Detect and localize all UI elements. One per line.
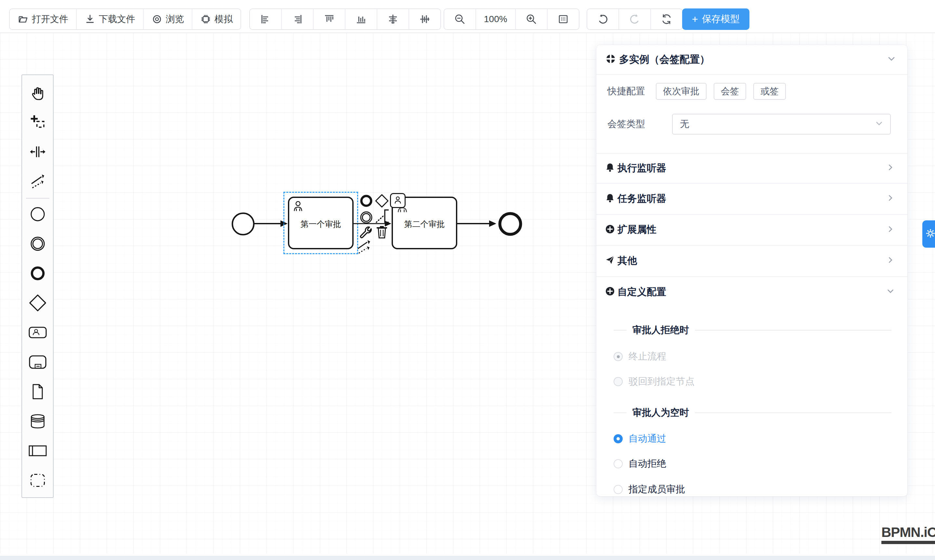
global-connect-tool[interactable] [22, 167, 53, 197]
download-icon [85, 14, 95, 25]
radio-designated-member[interactable]: 指定成员审批 [597, 482, 907, 497]
panel-header[interactable]: 多实例（会签配置） [597, 45, 907, 75]
append-task-action[interactable] [390, 193, 406, 208]
reset-button[interactable] [651, 9, 682, 29]
section-execution-listener[interactable]: 执行监听器 [597, 153, 907, 183]
append-gateway-action[interactable] [374, 194, 389, 209]
create-end-event[interactable] [22, 259, 53, 289]
connect-icon [29, 173, 46, 191]
zoom-toolbar-group: 100% [444, 8, 580, 30]
create-participant[interactable] [22, 437, 53, 466]
radio-return-to-node[interactable]: 驳回到指定节点 [597, 374, 907, 389]
section-other[interactable]: 其他 [597, 245, 907, 276]
open-file-label: 打开文件 [32, 13, 68, 25]
open-file-button[interactable]: 打开文件 [10, 9, 77, 29]
undo-button[interactable] [587, 9, 619, 29]
hand-tool[interactable] [22, 78, 53, 108]
chip-icon [200, 14, 211, 25]
quick-option-sequential[interactable]: 依次审批 [656, 83, 706, 100]
radio-terminate-process[interactable]: 终止流程 [597, 349, 907, 365]
settings-tab[interactable] [922, 220, 935, 248]
countersign-type-label: 会签类型 [597, 118, 645, 131]
save-model-button[interactable]: + 保存模型 [682, 8, 749, 30]
chevron-down-icon[interactable] [887, 55, 896, 65]
create-data-store[interactable] [22, 407, 53, 437]
section-task-listener[interactable]: 任务监听器 [597, 183, 907, 214]
chevron-right-icon [887, 163, 894, 172]
undo-icon [597, 13, 609, 25]
download-file-button[interactable]: 下载文件 [77, 9, 144, 29]
create-data-object[interactable] [22, 377, 53, 407]
create-group[interactable] [22, 466, 53, 495]
countersign-type-row: 会签类型 无 [597, 114, 907, 135]
bell-icon [605, 163, 615, 174]
align-right-icon [292, 13, 303, 25]
browse-label: 浏览 [166, 13, 184, 25]
append-end-event-action[interactable] [359, 194, 374, 209]
create-gateway[interactable] [22, 289, 53, 318]
panel-title: 多实例（会签配置） [619, 53, 887, 66]
append-text-annotation-action[interactable] [374, 209, 392, 226]
chevron-down-icon [875, 119, 883, 130]
quick-config-label: 快捷配置 [597, 85, 645, 98]
task-label: 第二个审批 [404, 219, 445, 229]
section-extended-properties[interactable]: 扩展属性 [597, 214, 907, 245]
simulate-label: 模拟 [214, 13, 233, 25]
delete-action[interactable] [374, 225, 389, 240]
align-toolbar-group [249, 8, 441, 30]
plus-circle-icon [605, 224, 615, 235]
user-icon [292, 200, 304, 214]
align-bottom-button[interactable] [346, 9, 377, 29]
lasso-tool[interactable] [22, 108, 53, 137]
sequence-flow-3[interactable] [457, 219, 497, 229]
folder-open-icon [18, 14, 29, 25]
end-event-icon [359, 194, 374, 209]
simulate-button[interactable]: 模拟 [192, 9, 240, 29]
download-file-label: 下载文件 [99, 13, 135, 25]
task-first-approval[interactable]: 第一个审批 [288, 197, 354, 249]
align-middle-button[interactable] [377, 9, 409, 29]
fit-screen-icon [557, 13, 569, 25]
redo-icon [629, 13, 641, 25]
start-event-shape[interactable] [231, 212, 255, 237]
change-type-action[interactable] [358, 226, 373, 241]
connect-action[interactable] [357, 240, 372, 255]
multi-instance-icon [606, 54, 616, 65]
quick-option-orsign[interactable]: 或签 [754, 83, 786, 100]
empty-heading: 审批人为空时 [597, 406, 907, 420]
task-label: 第一个审批 [301, 219, 341, 229]
space-tool[interactable] [22, 137, 53, 167]
create-start-event[interactable] [22, 200, 53, 229]
create-subprocess[interactable] [22, 348, 53, 377]
sequence-flow-1[interactable] [254, 219, 288, 229]
bottom-strip [0, 556, 935, 560]
zoom-level[interactable]: 100% [476, 9, 516, 29]
zoom-out-icon [454, 13, 466, 25]
align-center-button[interactable] [409, 9, 440, 29]
align-top-button[interactable] [314, 9, 346, 29]
quick-option-countersign[interactable]: 会签 [714, 83, 746, 100]
browse-icon [151, 14, 163, 25]
chevron-right-icon [887, 225, 894, 234]
zoom-level-value: 100% [484, 14, 507, 25]
radio-auto-pass[interactable]: 自动通过 [597, 431, 907, 446]
end-event-shape[interactable] [498, 211, 523, 238]
append-intermediate-event-action[interactable] [359, 211, 374, 226]
save-model-label: 保存模型 [702, 13, 740, 26]
align-left-button[interactable] [250, 9, 282, 29]
section-custom-config[interactable]: 自定义配置 [597, 276, 907, 308]
connect-icon [356, 240, 372, 257]
create-intermediate-event[interactable] [22, 229, 53, 259]
zoom-fit-button[interactable] [547, 9, 579, 29]
radio-auto-reject[interactable]: 自动拒绝 [597, 456, 907, 472]
bpmn-io-logo: BPMN.iO [881, 525, 935, 544]
participant-icon [28, 444, 48, 459]
countersign-type-select[interactable]: 无 [672, 114, 891, 135]
redo-button[interactable] [619, 9, 651, 29]
align-right-button[interactable] [282, 9, 314, 29]
zoom-out-button[interactable] [444, 9, 476, 29]
zoom-in-button[interactable] [516, 9, 547, 29]
create-user-task[interactable] [22, 318, 53, 348]
palette-separator [26, 198, 49, 198]
browse-button[interactable]: 浏览 [144, 9, 192, 29]
